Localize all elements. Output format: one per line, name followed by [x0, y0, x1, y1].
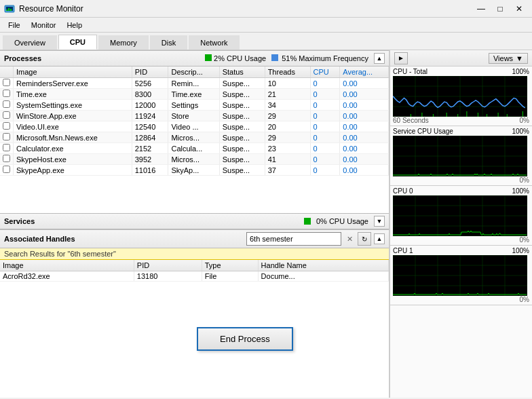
row-image: SkypeHost.exe [14, 154, 132, 165]
handles-collapse-btn[interactable]: ▲ [374, 233, 385, 244]
row-checkbox[interactable] [0, 121, 14, 132]
table-row[interactable]: AcroRd32.exe 13180 File Docume... [0, 271, 389, 282]
cpu0-title: CPU 0 [393, 187, 413, 195]
row-image: WinStore.App.exe [14, 111, 132, 121]
row-checkbox[interactable] [0, 132, 14, 143]
cpu-total-time: 60 Seconds [393, 117, 429, 124]
col-h-type[interactable]: Type [202, 260, 258, 271]
row-desc: Time.exe [168, 89, 219, 100]
row-avg: 0.00 [340, 78, 389, 89]
col-threads[interactable]: Threads [265, 66, 310, 78]
tab-cpu[interactable]: CPU [58, 35, 97, 50]
cpu-total-max: 100% [512, 68, 529, 75]
table-row[interactable]: SkypeHost.exe 3952 Micros... Suspe... 41… [0, 154, 389, 165]
titlebar-title: Resource Monitor [19, 4, 472, 14]
row-checkbox[interactable] [0, 89, 14, 100]
handles-title: Associated Handles [4, 235, 75, 243]
row-image: Calculator.exe [14, 143, 132, 154]
row-desc: Remin... [168, 78, 219, 89]
col-avg[interactable]: Averag... [340, 66, 389, 78]
menu-file[interactable]: File [3, 20, 26, 31]
menu-help[interactable]: Help [61, 20, 88, 31]
row-desc: Micros... [168, 154, 219, 165]
menu-monitor[interactable]: Monitor [26, 20, 62, 31]
col-h-handle[interactable]: Handle Name [258, 260, 388, 271]
table-row[interactable]: Calculator.exe 2152 Calcula... Suspe... … [0, 143, 389, 154]
search-refresh-btn[interactable]: ↻ [358, 232, 371, 246]
row-checkbox[interactable] [0, 111, 14, 121]
col-cpu[interactable]: CPU [310, 66, 340, 78]
table-row[interactable]: Time.exe 8300 Time.exe Suspe... 21 0 0.0… [0, 89, 389, 100]
expand-btn[interactable]: ► [394, 52, 408, 64]
row-pid: 3952 [132, 154, 168, 165]
cpu1-label-row: CPU 1 100% [393, 247, 529, 254]
processes-collapse-btn[interactable]: ▲ [374, 53, 385, 64]
table-row[interactable]: SkypeApp.exe 11016 SkyAp... Suspe... 37 … [0, 165, 389, 176]
handles-tbody: AcroRd32.exe 13180 File Docume... [0, 271, 389, 282]
services-section: Services 0% CPU Usage ▼ [0, 213, 389, 229]
row-h-type: File [202, 271, 258, 282]
col-desc[interactable]: Descrip... [168, 66, 219, 78]
row-cpu: 0 [310, 121, 340, 132]
row-threads: 37 [265, 165, 310, 176]
row-threads: 20 [265, 121, 310, 132]
row-desc: Calcula... [168, 143, 219, 154]
col-pid[interactable]: PID [132, 66, 168, 78]
handles-search-input[interactable] [246, 232, 341, 246]
row-desc: Store [168, 111, 219, 121]
tab-network[interactable]: Network [189, 35, 239, 50]
row-avg: 0.00 [340, 132, 389, 143]
maximize-button[interactable]: □ [491, 1, 509, 16]
handles-header-row: Image PID Type Handle Name [0, 260, 389, 271]
row-checkbox[interactable] [0, 78, 14, 89]
main-area: Processes 2% CPU Usage 51% Maximum Frequ… [0, 50, 532, 398]
search-results-label: Search Results for "6th semester" [0, 248, 389, 260]
end-process-button[interactable]: End Process [197, 327, 293, 351]
search-clear-btn[interactable]: ✕ [344, 233, 355, 244]
row-cpu: 0 [310, 143, 340, 154]
row-checkbox[interactable] [0, 100, 14, 111]
row-avg: 0.00 [340, 121, 389, 132]
row-image: Video.UI.exe [14, 121, 132, 132]
minimize-button[interactable]: — [472, 1, 490, 16]
service-cpu-chart-section: Service CPU Usage 100% 0% [390, 126, 532, 186]
table-row[interactable]: WinStore.App.exe 11924 Store Suspe... 29… [0, 111, 389, 121]
col-h-pid[interactable]: PID [134, 260, 202, 271]
handles-table-wrap[interactable]: Image PID Type Handle Name AcroRd32.exe … [0, 260, 389, 398]
table-row[interactable]: SystemSettings.exe 12000 Settings Suspe.… [0, 100, 389, 111]
views-button[interactable]: Views ▼ [489, 53, 528, 64]
tab-overview[interactable]: Overview [3, 35, 57, 50]
table-row[interactable]: Microsoft.Msn.News.exe 12864 Micros... S… [0, 132, 389, 143]
cpu-indicator-icon [205, 54, 212, 61]
close-button[interactable]: ✕ [510, 1, 528, 16]
cpu1-chart-section: CPU 1 100% 0% [390, 246, 532, 305]
tab-disk[interactable]: Disk [150, 35, 187, 50]
tab-memory[interactable]: Memory [98, 35, 149, 50]
table-row[interactable]: Video.UI.exe 12540 Video ... Suspe... 20… [0, 121, 389, 132]
table-row[interactable]: RemindersServer.exe 5256 Remin... Suspe.… [0, 78, 389, 89]
max-freq-label: 51% Maximum Frequency [282, 54, 368, 62]
charts-container: CPU - Total 100% 60 Seconds 0% Service C… [390, 66, 532, 305]
row-avg: 0.00 [340, 100, 389, 111]
col-h-image[interactable]: Image [0, 260, 134, 271]
row-cpu: 0 [310, 78, 340, 89]
row-cpu: 0 [310, 100, 340, 111]
row-image: SkypeApp.exe [14, 165, 132, 176]
col-image[interactable]: Image [14, 66, 132, 78]
row-checkbox[interactable] [0, 143, 14, 154]
row-status: Suspe... [219, 143, 265, 154]
row-pid: 5256 [132, 78, 168, 89]
right-panel: ► Views ▼ CPU - Total 100% 60 Seconds 0% [390, 50, 532, 398]
row-checkbox[interactable] [0, 165, 14, 176]
row-cpu: 0 [310, 165, 340, 176]
processes-table-wrap[interactable]: Image PID Descrip... Status Threads CPU … [0, 66, 389, 213]
row-checkbox[interactable] [0, 154, 14, 165]
row-status: Suspe... [219, 111, 265, 121]
services-collapse-btn[interactable]: ▼ [374, 216, 385, 227]
processes-status: 2% CPU Usage 51% Maximum Frequency ▲ [205, 53, 385, 64]
col-status[interactable]: Status [219, 66, 265, 78]
cpu-freq-indicator: 51% Maximum Frequency [271, 54, 368, 62]
cpu-total-title: CPU - Total [393, 68, 428, 75]
cpu0-label-row: CPU 0 100% [393, 187, 529, 195]
left-panel: Processes 2% CPU Usage 51% Maximum Frequ… [0, 50, 390, 398]
